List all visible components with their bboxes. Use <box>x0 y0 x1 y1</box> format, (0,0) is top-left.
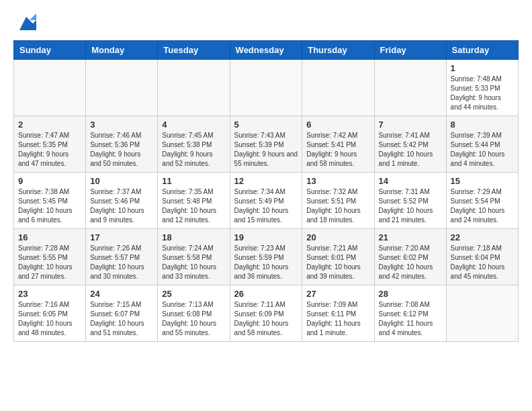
cell-info: Sunrise: 7:38 AM Sunset: 5:45 PM Dayligh… <box>18 187 81 225</box>
cell-info: Sunrise: 7:24 AM Sunset: 5:58 PM Dayligh… <box>162 244 225 281</box>
day-header-thursday: Thursday <box>302 41 374 60</box>
day-number: 11 <box>162 176 225 186</box>
calendar-cell: 9Sunrise: 7:38 AM Sunset: 5:45 PM Daylig… <box>14 173 86 229</box>
day-number: 16 <box>18 232 81 242</box>
calendar-cell: 18Sunrise: 7:24 AM Sunset: 5:58 PM Dayli… <box>158 229 230 285</box>
calendar-week-row: 2Sunrise: 7:47 AM Sunset: 5:35 PM Daylig… <box>14 116 519 173</box>
calendar-cell <box>302 60 374 116</box>
calendar-cell: 24Sunrise: 7:15 AM Sunset: 6:07 PM Dayli… <box>86 285 158 342</box>
calendar-cell: 26Sunrise: 7:11 AM Sunset: 6:09 PM Dayli… <box>230 285 302 342</box>
calendar-cell: 8Sunrise: 7:39 AM Sunset: 5:44 PM Daylig… <box>446 116 518 173</box>
cell-info: Sunrise: 7:34 AM Sunset: 5:49 PM Dayligh… <box>234 187 298 225</box>
calendar-cell <box>158 60 230 116</box>
cell-info: Sunrise: 7:32 AM Sunset: 5:51 PM Dayligh… <box>306 187 369 225</box>
calendar-cell: 2Sunrise: 7:47 AM Sunset: 5:35 PM Daylig… <box>14 116 86 173</box>
day-number: 17 <box>90 232 153 242</box>
day-number: 28 <box>379 289 442 299</box>
calendar: SundayMondayTuesdayWednesdayThursdayFrid… <box>13 40 519 342</box>
calendar-week-row: 9Sunrise: 7:38 AM Sunset: 5:45 PM Daylig… <box>14 173 519 229</box>
calendar-cell: 13Sunrise: 7:32 AM Sunset: 5:51 PM Dayli… <box>302 173 374 229</box>
day-header-wednesday: Wednesday <box>230 41 302 60</box>
calendar-cell: 6Sunrise: 7:42 AM Sunset: 5:41 PM Daylig… <box>302 116 374 173</box>
calendar-cell: 25Sunrise: 7:13 AM Sunset: 6:08 PM Dayli… <box>158 285 230 342</box>
cell-info: Sunrise: 7:46 AM Sunset: 5:36 PM Dayligh… <box>90 131 153 169</box>
cell-info: Sunrise: 7:20 AM Sunset: 6:02 PM Dayligh… <box>379 244 442 281</box>
day-header-monday: Monday <box>86 41 158 60</box>
calendar-cell: 22Sunrise: 7:18 AM Sunset: 6:04 PM Dayli… <box>446 229 518 285</box>
calendar-cell: 16Sunrise: 7:28 AM Sunset: 5:55 PM Dayli… <box>14 229 86 285</box>
cell-info: Sunrise: 7:37 AM Sunset: 5:46 PM Dayligh… <box>90 187 153 225</box>
calendar-cell <box>374 60 446 116</box>
calendar-cell: 1Sunrise: 7:48 AM Sunset: 5:33 PM Daylig… <box>446 60 518 116</box>
day-number: 25 <box>162 289 225 299</box>
cell-info: Sunrise: 7:39 AM Sunset: 5:44 PM Dayligh… <box>451 131 514 169</box>
calendar-cell: 27Sunrise: 7:09 AM Sunset: 6:11 PM Dayli… <box>302 285 374 342</box>
calendar-week-row: 1Sunrise: 7:48 AM Sunset: 5:33 PM Daylig… <box>14 60 519 116</box>
cell-info: Sunrise: 7:18 AM Sunset: 6:04 PM Dayligh… <box>451 244 514 281</box>
svg-marker-1 <box>30 13 36 20</box>
calendar-cell: 20Sunrise: 7:21 AM Sunset: 6:01 PM Dayli… <box>302 229 374 285</box>
day-number: 1 <box>451 63 514 73</box>
day-number: 21 <box>379 232 442 242</box>
day-number: 18 <box>162 232 225 242</box>
day-number: 13 <box>306 176 369 186</box>
cell-info: Sunrise: 7:28 AM Sunset: 5:55 PM Dayligh… <box>18 244 81 281</box>
cell-info: Sunrise: 7:11 AM Sunset: 6:09 PM Dayligh… <box>234 300 298 338</box>
calendar-cell: 4Sunrise: 7:45 AM Sunset: 5:38 PM Daylig… <box>158 116 230 173</box>
day-number: 7 <box>379 120 442 130</box>
cell-info: Sunrise: 7:13 AM Sunset: 6:08 PM Dayligh… <box>162 300 225 338</box>
day-header-sunday: Sunday <box>14 41 86 60</box>
cell-info: Sunrise: 7:35 AM Sunset: 5:48 PM Dayligh… <box>162 187 225 225</box>
day-number: 22 <box>451 232 514 242</box>
day-number: 14 <box>379 176 442 186</box>
day-number: 10 <box>90 176 153 186</box>
calendar-cell <box>86 60 158 116</box>
day-number: 3 <box>90 120 153 130</box>
calendar-cell <box>446 285 518 342</box>
calendar-cell: 10Sunrise: 7:37 AM Sunset: 5:46 PM Dayli… <box>86 173 158 229</box>
day-header-tuesday: Tuesday <box>158 41 230 60</box>
calendar-cell: 23Sunrise: 7:16 AM Sunset: 6:05 PM Dayli… <box>14 285 86 342</box>
cell-info: Sunrise: 7:42 AM Sunset: 5:41 PM Dayligh… <box>306 131 369 169</box>
day-number: 12 <box>234 176 298 186</box>
cell-info: Sunrise: 7:47 AM Sunset: 5:35 PM Dayligh… <box>18 131 81 169</box>
calendar-week-row: 23Sunrise: 7:16 AM Sunset: 6:05 PM Dayli… <box>14 285 519 342</box>
cell-info: Sunrise: 7:26 AM Sunset: 5:57 PM Dayligh… <box>90 244 153 281</box>
day-number: 27 <box>306 289 369 299</box>
calendar-cell: 3Sunrise: 7:46 AM Sunset: 5:36 PM Daylig… <box>86 116 158 173</box>
day-number: 19 <box>234 232 298 242</box>
calendar-cell: 11Sunrise: 7:35 AM Sunset: 5:48 PM Dayli… <box>158 173 230 229</box>
calendar-cell: 17Sunrise: 7:26 AM Sunset: 5:57 PM Dayli… <box>86 229 158 285</box>
day-number: 5 <box>234 120 298 130</box>
day-number: 8 <box>451 120 514 130</box>
logo <box>13 13 36 34</box>
calendar-cell: 7Sunrise: 7:41 AM Sunset: 5:42 PM Daylig… <box>374 116 446 173</box>
day-number: 15 <box>451 176 514 186</box>
day-number: 23 <box>18 289 81 299</box>
cell-info: Sunrise: 7:23 AM Sunset: 5:59 PM Dayligh… <box>234 244 298 281</box>
day-number: 2 <box>18 120 81 130</box>
cell-info: Sunrise: 7:31 AM Sunset: 5:52 PM Dayligh… <box>379 187 442 225</box>
day-number: 9 <box>18 176 81 186</box>
calendar-cell: 15Sunrise: 7:29 AM Sunset: 5:54 PM Dayli… <box>446 173 518 229</box>
calendar-cell: 28Sunrise: 7:08 AM Sunset: 6:12 PM Dayli… <box>374 285 446 342</box>
cell-info: Sunrise: 7:16 AM Sunset: 6:05 PM Dayligh… <box>18 300 81 338</box>
calendar-cell <box>14 60 86 116</box>
day-header-friday: Friday <box>374 41 446 60</box>
calendar-week-row: 16Sunrise: 7:28 AM Sunset: 5:55 PM Dayli… <box>14 229 519 285</box>
cell-info: Sunrise: 7:15 AM Sunset: 6:07 PM Dayligh… <box>90 300 153 338</box>
cell-info: Sunrise: 7:41 AM Sunset: 5:42 PM Dayligh… <box>379 131 442 169</box>
day-number: 24 <box>90 289 153 299</box>
cell-info: Sunrise: 7:43 AM Sunset: 5:39 PM Dayligh… <box>234 131 298 169</box>
calendar-cell <box>230 60 302 116</box>
calendar-cell: 14Sunrise: 7:31 AM Sunset: 5:52 PM Dayli… <box>374 173 446 229</box>
day-header-saturday: Saturday <box>446 41 518 60</box>
logo-icon <box>16 13 36 34</box>
calendar-cell: 21Sunrise: 7:20 AM Sunset: 6:02 PM Dayli… <box>374 229 446 285</box>
cell-info: Sunrise: 7:08 AM Sunset: 6:12 PM Dayligh… <box>379 300 442 338</box>
cell-info: Sunrise: 7:21 AM Sunset: 6:01 PM Dayligh… <box>306 244 369 281</box>
day-number: 6 <box>306 120 369 130</box>
day-number: 26 <box>234 289 298 299</box>
calendar-cell: 19Sunrise: 7:23 AM Sunset: 5:59 PM Dayli… <box>230 229 302 285</box>
header <box>13 13 519 34</box>
